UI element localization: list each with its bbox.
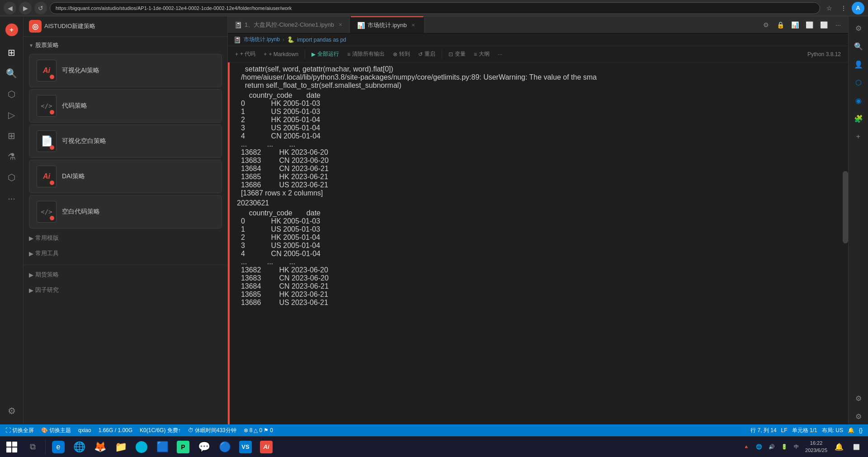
convert-btn[interactable]: ⊗ 转到	[389, 48, 414, 60]
stocks-section-header[interactable]: ▼ 股票策略	[24, 38, 227, 52]
taskbar-show-desktop-btn[interactable]: ⬜	[848, 439, 864, 455]
status-eol[interactable]: LF	[779, 427, 789, 433]
futures-header[interactable]: ▶ 期货策略	[24, 267, 227, 282]
nav-back-btn[interactable]: ◀	[4, 2, 16, 14]
taskbar-chrome-btn[interactable]: 🌐	[69, 437, 89, 457]
add-code-btn[interactable]: + + 代码	[231, 48, 259, 60]
tab-daipan[interactable]: 📓 1、大盘风控-Clone2-Clone1.ipynb ✕	[228, 16, 351, 33]
settings-lock-btn[interactable]: 🔒	[774, 19, 787, 31]
common-tools-header[interactable]: ▶ 常用工具	[24, 246, 227, 261]
sidebar-settings-btn[interactable]: ⚙	[2, 401, 22, 421]
sidebar-graph-btn[interactable]: ⬡	[2, 84, 22, 104]
run-all-btn[interactable]: ▶ 全部运行	[308, 48, 343, 60]
sidebar-home-btn[interactable]: ⊞	[2, 43, 22, 62]
taskbar-app7-btn[interactable]: 🟦	[152, 437, 172, 457]
taskbar-firefox-btn[interactable]: 🦊	[90, 437, 110, 457]
sidebar-grid-btn[interactable]: ⊞	[2, 126, 22, 146]
browser-url-input[interactable]	[50, 2, 820, 14]
browser-fav-btn[interactable]: ☆	[823, 2, 835, 14]
taskbar-volume-icon[interactable]: 🔊	[766, 443, 778, 451]
taskbar-clock[interactable]: 16:22 2023/6/25	[802, 439, 830, 455]
settings-gear-btn[interactable]: ⚙	[760, 19, 772, 31]
app-logo-btn[interactable]: +	[2, 20, 22, 40]
right-settings-btn[interactable]: ⚙	[850, 20, 867, 36]
taskbar-app6-btn[interactable]	[132, 437, 151, 457]
sidebar-more-btn[interactable]: ···	[2, 188, 22, 208]
right-add-btn[interactable]: +	[850, 129, 867, 145]
taskbar-pycharm-btn[interactable]: P	[173, 437, 193, 457]
taskbar-battery-icon[interactable]: 🔋	[778, 443, 790, 451]
right-search-btn[interactable]: 🔍	[850, 38, 867, 54]
taskbar-taskview-btn[interactable]: ⧉	[23, 437, 42, 457]
right-puzzle-btn[interactable]: 🧩	[850, 110, 867, 127]
settings-layout-btn-2[interactable]: ⬜	[817, 19, 830, 31]
clear-output-btn[interactable]: ≡ 清除所有输出	[344, 48, 388, 60]
add-markdown-btn[interactable]: + + Markdown	[260, 48, 302, 60]
tab-market[interactable]: 📊 市场统计.ipynb ✕	[351, 16, 424, 33]
taskbar-network-icon[interactable]: 🌐	[753, 443, 765, 451]
user-avatar[interactable]: A	[852, 2, 864, 14]
taskbar-ime-label[interactable]: 中	[791, 443, 802, 451]
taskbar-vscode-btn[interactable]: VS	[236, 437, 255, 457]
editor-scrollbar[interactable]	[843, 62, 848, 424]
python-version-label[interactable]: Python 3.8.12	[804, 51, 844, 57]
breadcrumb-code-link[interactable]: import pandas as pd	[297, 37, 346, 43]
nav-reload-btn[interactable]: ↺	[34, 2, 47, 14]
breadcrumb-notebook-link[interactable]: 市场统计.ipynb	[244, 36, 280, 43]
factors-header[interactable]: ▶ 因子研究	[24, 282, 227, 298]
strategy-card-visual[interactable]: 📄 可视化空白策略	[29, 124, 222, 158]
right-edge-btn[interactable]: ⬡	[850, 74, 867, 90]
right-outlook-btn[interactable]: ◉	[850, 92, 867, 109]
status-memory[interactable]: 1.66G / 1.00G	[97, 427, 134, 433]
status-cell[interactable]: 单元格 1/1	[790, 427, 819, 434]
futures-label: 期货策略	[35, 271, 59, 279]
tab-close-btn-1[interactable]: ✕	[337, 21, 344, 29]
strategy-card-ai[interactable]: Ai 可视化AI策略	[29, 54, 222, 87]
settings-layout-btn-1[interactable]: ⬜	[803, 19, 816, 31]
output-line-3: return self._float_to_str(self.smallest_…	[230, 81, 843, 90]
right-bottom-settings-btn[interactable]: ⚙	[850, 390, 867, 406]
strategy-card-code[interactable]: </> 代码策略	[29, 89, 222, 123]
status-bell[interactable]: 🔔	[846, 427, 856, 433]
sidebar-network-btn[interactable]: ⬡	[2, 167, 22, 187]
status-errors[interactable]: ⊗ 8 △ 0 ⚑ 0	[242, 427, 275, 433]
taskbar-edge-btn[interactable]: e	[48, 437, 68, 457]
tab-close-btn-2[interactable]: ✕	[410, 22, 417, 29]
variable-btn[interactable]: ⊡ 变量	[445, 48, 469, 60]
more-toolbar-btn[interactable]: ···	[494, 48, 506, 60]
status-plan[interactable]: K0(1C/6G) 免费↑	[138, 427, 183, 434]
browser-menu-btn[interactable]: ⋮	[837, 2, 850, 14]
taskbar-wechat-btn[interactable]: 💬	[194, 437, 214, 457]
status-braces[interactable]: {}	[857, 427, 864, 433]
strategy-card-dai[interactable]: Ai DAI策略	[29, 160, 222, 193]
status-fullscreen[interactable]: ⛶ 切换全屏	[4, 427, 36, 434]
status-sleep[interactable]: ⏱ 休眠时间433分钟	[186, 427, 238, 434]
sidebar-flask-btn[interactable]: ⚗	[2, 147, 22, 167]
right-bottom-gear-btn[interactable]: ⚙	[850, 408, 867, 424]
taskbar-notification-btn[interactable]: 🔔	[831, 439, 847, 455]
common-templates-header[interactable]: ▶ 常用模版	[24, 230, 227, 246]
visual-strategy-label: 可视化空白策略	[62, 137, 106, 145]
settings-more-btn[interactable]: ···	[832, 19, 844, 31]
settings-chart-btn[interactable]: 📊	[788, 19, 801, 31]
sidebar-search-btn[interactable]: 🔍	[2, 63, 22, 83]
nav-forward-btn[interactable]: ▶	[19, 2, 32, 14]
taskbar-ai-btn[interactable]: Ai	[256, 437, 276, 457]
sidebar-play-btn[interactable]: ▷	[2, 105, 22, 125]
taskbar-system-tray[interactable]: 🔺	[741, 443, 752, 451]
outline-btn[interactable]: ≡ 大纲	[470, 48, 493, 60]
status-layout[interactable]: 布局: US	[820, 427, 845, 434]
status-theme[interactable]: 🎨 切换主题	[39, 427, 73, 434]
status-user[interactable]: qxiao	[76, 427, 93, 433]
taskbar-explorer-btn[interactable]: 📁	[111, 437, 131, 457]
status-position[interactable]: 行 7, 列 14	[749, 427, 778, 434]
strategy-card-blank-code[interactable]: </> 空白代码策略	[29, 195, 222, 228]
right-user-btn[interactable]: 👤	[850, 56, 867, 72]
taskbar-start-btn[interactable]	[2, 437, 22, 457]
code-strategy-label: 代码策略	[62, 102, 87, 110]
code-output-scroll[interactable]: setattr(self, word, getattr(machar, word…	[230, 62, 843, 424]
taskbar-app10-btn[interactable]: 🔵	[215, 437, 235, 457]
restart-btn[interactable]: ↺ 重启	[415, 48, 439, 60]
chevron-right-icon: ▶	[29, 235, 33, 242]
graph-icon: ⬡	[8, 89, 15, 100]
